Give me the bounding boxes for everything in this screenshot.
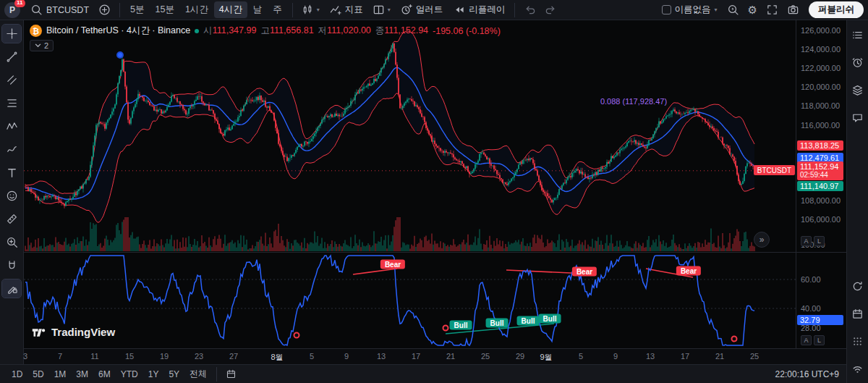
peak-marker-circle[interactable] (116, 51, 124, 59)
time-label: 3 (23, 352, 27, 361)
time-label: 13 (377, 352, 386, 361)
bull-signal-badge[interactable]: Bull (539, 314, 561, 324)
notification-badge: 11 (14, 0, 25, 7)
pencil-lock-icon (6, 282, 18, 295)
channel-tool-button[interactable] (2, 71, 21, 89)
bull-signal-badge[interactable]: Bull (486, 319, 509, 328)
watchlist-button[interactable] (848, 27, 867, 43)
watchlist-icon (851, 29, 864, 41)
indicator-axis[interactable]: 60.0040.0028.0032.79AL (796, 253, 846, 348)
bear-signal-badge[interactable]: Bear (676, 266, 701, 276)
indicators-button[interactable]: 지표 (325, 1, 367, 18)
go-to-realtime-button[interactable]: » (754, 232, 770, 248)
price-badge: 111,152.9402:59:44 (797, 161, 843, 180)
user-avatar[interactable]: P 11 (4, 2, 20, 18)
bear-signal-badge[interactable]: Bear (572, 267, 597, 277)
publish-button[interactable]: 퍼블리쉬 (809, 1, 864, 18)
emoji-tool-button[interactable] (2, 187, 21, 205)
calendar-icon (226, 369, 237, 379)
symbol-title[interactable]: Bitcoin / TetherUS · 4시간 · Binance (46, 25, 190, 37)
auto-scale-button[interactable]: A (801, 236, 812, 246)
main-chart-pane[interactable]: ₿ Bitcoin / TetherUS · 4시간 · Binance 시11… (24, 20, 846, 252)
apps-button[interactable] (848, 333, 867, 350)
range-button[interactable]: 3M (72, 368, 93, 381)
range-button[interactable]: 전체 (185, 366, 211, 382)
lock-drawings-button[interactable] (2, 279, 21, 298)
oversold-marker-circle[interactable] (731, 336, 738, 342)
pattern-tool-button[interactable] (2, 117, 21, 135)
timeframe-button[interactable]: 날 (248, 1, 268, 18)
alert-button[interactable]: 얼러트 (396, 1, 448, 18)
right-toolbar (846, 20, 868, 383)
trend-line-tool-button[interactable] (2, 48, 21, 66)
timeframe-button[interactable]: 1시간 (180, 1, 213, 18)
chart-legend: ₿ Bitcoin / TetherUS · 4시간 · Binance 시11… (30, 25, 501, 37)
chart-type-button[interactable]: ▾ (298, 1, 323, 18)
quick-search-button[interactable] (723, 1, 743, 18)
log-scale-button[interactable]: L (814, 236, 825, 246)
bull-signal-badge[interactable]: Bull (517, 316, 540, 326)
layout-grid-button[interactable]: ▾ (369, 1, 394, 18)
object-tree-button[interactable] (848, 82, 867, 98)
compare-add-button[interactable] (95, 1, 114, 18)
goto-date-button[interactable] (222, 366, 240, 382)
replay-label: 리플레이 (469, 4, 505, 16)
redo-button[interactable] (541, 1, 561, 18)
auto-scale-button[interactable]: A (801, 335, 812, 345)
rsi-pane[interactable]: TradingView 60.0040.0028.0032.79AL BearB… (24, 252, 846, 348)
settings-button[interactable]: ⚙ (744, 2, 761, 17)
layout-checkbox[interactable] (662, 5, 671, 14)
layout-name-button[interactable]: 이름없음 ▾ (658, 1, 722, 18)
range-button[interactable]: 1Y (144, 368, 163, 381)
text-tool-button[interactable] (2, 164, 21, 182)
bear-signal-badge[interactable]: Bear (380, 260, 405, 269)
fib-level-label[interactable]: 0.088 (117,928.47) (600, 97, 667, 106)
range-button[interactable]: 5D (28, 368, 48, 381)
log-scale-button[interactable]: L (814, 335, 825, 345)
time-label: 13 (646, 352, 655, 361)
text-icon (6, 167, 18, 179)
bull-signal-badge[interactable]: Bull (450, 321, 472, 330)
connection-status-button[interactable] (848, 361, 867, 377)
fullscreen-button[interactable] (762, 1, 782, 18)
range-button[interactable]: 1M (50, 368, 71, 381)
indicator-collapse-chip[interactable]: 2 (30, 40, 54, 51)
screenshot-button[interactable] (783, 1, 803, 18)
ohlc-low: 저111,020.00 (318, 25, 371, 37)
time-axis[interactable]: 3711151923278월5913172125299월5913172125 (24, 348, 846, 364)
timeframe-button[interactable]: 4시간 (214, 1, 247, 18)
clock-utc[interactable]: 22:00:16 UTC+9 (775, 369, 839, 379)
timeframe-button[interactable]: 15분 (150, 1, 179, 18)
price-axis[interactable]: 126,000.00124,000.00122,000.00120,000.00… (796, 20, 846, 252)
workspace: ₿ Bitcoin / TetherUS · 4시간 · Binance 시11… (0, 20, 868, 383)
oversold-marker-circle[interactable] (294, 332, 300, 339)
replay-button[interactable]: 리플레이 (448, 1, 509, 18)
change-value: -195.06 (-0.18%) (433, 26, 501, 36)
zoom-tool-button[interactable] (2, 233, 21, 251)
timeframe-button[interactable]: 5분 (125, 1, 149, 18)
plus-circle-icon (98, 4, 111, 16)
fib-retracement-tool-button[interactable] (2, 94, 21, 112)
oversold-marker-circle[interactable] (443, 325, 449, 332)
measure-tool-button[interactable] (2, 210, 21, 228)
economic-calendar-button[interactable] (848, 306, 867, 322)
range-button[interactable]: YTD (116, 368, 142, 381)
brush-tool-button[interactable] (2, 140, 21, 159)
undo-button[interactable] (520, 1, 540, 18)
refresh-button[interactable] (848, 278, 867, 295)
alerts-panel-button[interactable] (848, 54, 867, 71)
magnet-tool-button[interactable] (2, 256, 21, 274)
range-button[interactable]: 5Y (164, 368, 184, 381)
calendar-icon (851, 308, 864, 320)
bottom-toolbar: 1D5D1M3M6MYTD1Y5Y전체 22:00:16 UTC+9 (0, 364, 846, 383)
symbol-search-button[interactable]: BTCUSDT (26, 1, 93, 18)
layout-name-label: 이름없음 (675, 4, 711, 16)
range-button[interactable]: 6M (94, 368, 115, 381)
market-status-dot (195, 29, 199, 33)
price-chart-canvas[interactable] (24, 20, 796, 252)
time-label: 11 (90, 352, 98, 361)
range-button[interactable]: 1D (7, 368, 27, 381)
timeframe-button[interactable]: 주 (268, 1, 287, 18)
chat-button[interactable] (848, 109, 867, 126)
crosshair-tool-button[interactable] (2, 25, 21, 43)
